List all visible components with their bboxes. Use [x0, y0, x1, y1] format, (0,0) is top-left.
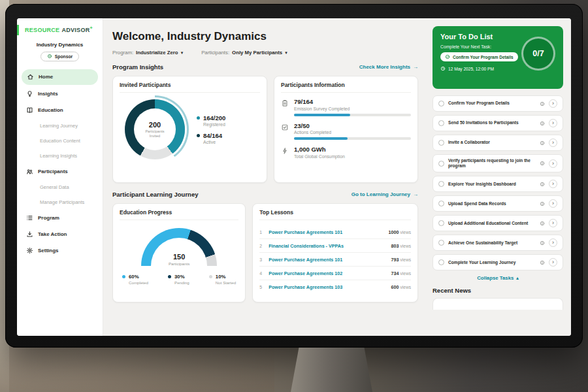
legend-value: 84/164 — [203, 132, 222, 139]
arrow-right-icon: → — [413, 191, 418, 197]
task-checkbox[interactable] — [438, 220, 444, 226]
task-item[interactable]: Verify participants requesting to join t… — [433, 154, 563, 172]
sidebar-item-settings[interactable]: Settings — [17, 243, 103, 258]
participants-metrics: 79/164Emission Survey Completed23/50Acti… — [281, 98, 411, 159]
sidebar-item-take-action[interactable]: Take Action — [17, 227, 103, 242]
info-icon[interactable] — [540, 101, 545, 106]
sidebar-item-education[interactable]: Education — [17, 103, 103, 118]
link-label: Go to Learning Journey — [351, 191, 410, 197]
legend-item: 84/164Active — [197, 132, 225, 144]
task-checkbox[interactable] — [438, 161, 444, 167]
progress-bar-fill — [294, 114, 350, 116]
chevron-right-icon[interactable]: › — [549, 238, 557, 247]
program-insights-cards: Invited Participants 200 Participants In… — [112, 76, 418, 183]
task-checkbox[interactable] — [438, 140, 444, 146]
lesson-link[interactable]: Power Purchase Agreements 102 — [269, 270, 387, 276]
lesson-link[interactable]: Financial Considerations - VPPAs — [269, 243, 387, 249]
sponsor-badge[interactable]: Sponsor — [41, 52, 80, 61]
participants-filter[interactable]: Participants:Only My Participants▾ — [201, 50, 287, 56]
task-label: Confirm Your Program Details — [448, 101, 536, 106]
task-item[interactable]: Achieve One Sustainability Target› — [433, 235, 563, 251]
next-task-pill[interactable]: Confirm Your Program Details — [440, 52, 518, 61]
task-item[interactable]: Invite a Collaborator› — [433, 135, 563, 151]
metric-value: 23/50 — [294, 122, 411, 129]
legend-item: 164/200Registered — [197, 114, 225, 127]
go-to-learning-journey-link[interactable]: Go to Learning Journey → — [351, 191, 418, 197]
chevron-right-icon[interactable]: › — [549, 219, 557, 227]
task-label: Invite a Collaborator — [448, 140, 536, 145]
sidebar-item-home[interactable]: Home — [22, 69, 98, 85]
task-item[interactable]: Explore Your Insights Dashboard› — [433, 176, 563, 192]
info-icon[interactable] — [540, 121, 545, 126]
info-icon[interactable] — [540, 182, 545, 187]
chevron-right-icon[interactable]: › — [549, 258, 557, 267]
chevron-right-icon[interactable]: › — [549, 99, 557, 108]
task-label: Achieve One Sustainability Target — [448, 240, 536, 246]
filter-label: Program: — [112, 50, 133, 56]
metric-body: 23/50Actions Completed — [294, 122, 411, 140]
progress-bar — [294, 114, 411, 116]
task-checkbox[interactable] — [438, 181, 444, 187]
collapse-tasks-link[interactable]: Collapse Tasks ▴ — [433, 275, 563, 281]
sidebar-item-learning-insights[interactable]: Learning Insights — [17, 149, 103, 163]
task-label: Complete Your Learning Journey — [448, 260, 536, 265]
task-item[interactable]: Confirm Your Program Details› — [433, 95, 563, 112]
dashboard-screen: RESOURCEADVISOR+ Industry Dynamics Spons… — [17, 18, 571, 336]
chevron-right-icon[interactable]: › — [549, 159, 557, 168]
recent-news-title: Recent News — [433, 287, 563, 294]
task-checkbox[interactable] — [438, 201, 444, 206]
sidebar-item-program[interactable]: Program — [17, 210, 103, 225]
info-icon[interactable] — [540, 221, 545, 226]
task-item[interactable]: Send 50 Invitations to Participants› — [433, 115, 563, 131]
sidebar-item-label: Insights — [38, 91, 58, 97]
chevron-right-icon[interactable]: › — [549, 139, 557, 147]
main-content: Welcome, Industry Dynamics Program:Indus… — [103, 18, 426, 336]
legend-label: Registered — [203, 122, 225, 127]
chevron-right-icon[interactable]: › — [549, 199, 557, 208]
program-filter[interactable]: Program:Industrialize Zero▾ — [112, 50, 183, 56]
recent-news-card — [433, 298, 563, 310]
legend-dot — [209, 275, 212, 278]
checklist-icon — [281, 123, 289, 131]
invited-participants-card: Invited Participants 200 Participants In… — [112, 76, 267, 183]
metric-label: Emission Survey Completed — [294, 106, 411, 111]
task-checkbox[interactable] — [438, 101, 444, 106]
info-icon[interactable] — [540, 260, 545, 265]
lesson-rank: 5 — [259, 285, 265, 289]
lesson-link[interactable]: Power Purchase Agreements 101 — [269, 229, 384, 235]
legend-item: 10%Not Started — [209, 274, 236, 285]
info-icon[interactable] — [540, 240, 545, 246]
info-icon[interactable] — [540, 201, 545, 206]
sidebar-item-learning-journey[interactable]: Learning Journey — [17, 119, 103, 133]
learning-journey-header: Participant Learning Journey Go to Learn… — [112, 191, 418, 198]
app-logo: RESOURCEADVISOR+ — [17, 25, 103, 35]
donut-center-value: 200 — [149, 121, 161, 129]
todo-progress-value: 0/7 — [532, 49, 544, 58]
section-title-learning-journey: Participant Learning Journey — [112, 191, 198, 198]
task-checkbox[interactable] — [438, 259, 444, 265]
task-item[interactable]: Complete Your Learning Journey› — [433, 254, 563, 270]
lesson-link[interactable]: Power Purchase Agreements 101 — [269, 257, 387, 263]
task-checkbox[interactable] — [438, 240, 444, 246]
sidebar-item-general-data[interactable]: General Data — [17, 180, 103, 194]
chevron-right-icon[interactable]: › — [549, 119, 557, 127]
task-item[interactable]: Upload Additional Educational Content› — [433, 215, 563, 231]
info-icon[interactable] — [540, 161, 545, 166]
sidebar-item-education-content[interactable]: Education Content — [17, 134, 103, 148]
chevron-right-icon[interactable]: › — [549, 180, 557, 188]
sidebar-item-label: Home — [39, 74, 53, 80]
check-circle-icon — [445, 54, 450, 59]
lesson-row: 5Power Purchase Agreements 103600views — [259, 280, 411, 293]
sidebar-item-participants[interactable]: Participants — [17, 164, 103, 179]
lesson-link[interactable]: Power Purchase Agreements 103 — [269, 284, 387, 290]
legend-value: 164/200 — [203, 114, 225, 122]
filter-label: Participants: — [201, 50, 229, 56]
task-item[interactable]: Upload Spend Data Records› — [433, 195, 563, 212]
task-checkbox[interactable] — [438, 120, 444, 126]
metric-row: 1,000 GWhTotal Global Consumption — [281, 146, 411, 159]
check-more-insights-link[interactable]: Check More Insights → — [359, 64, 418, 70]
sidebar-item-manage-participants[interactable]: Manage Participants — [17, 195, 103, 209]
info-icon[interactable] — [540, 140, 545, 146]
sidebar-item-insights[interactable]: Insights — [17, 86, 103, 101]
brand-name-primary: RESOURCE — [25, 27, 59, 33]
